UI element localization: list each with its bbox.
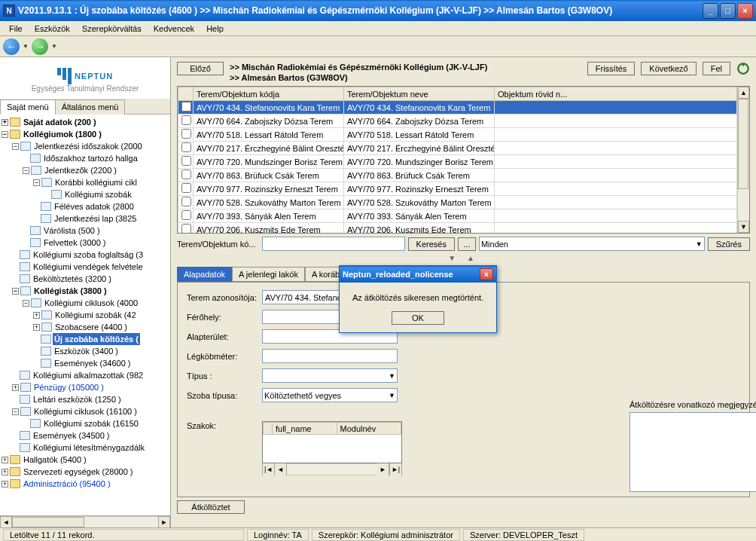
table-row[interactable]: AVY/70 720. Mundszinger Borisz TeremAVY/… [178, 155, 737, 169]
table-row[interactable]: AVY/70 977. Rozinszky Erneszt TeremAVY/7… [178, 182, 737, 196]
grid-header[interactable]: Objektum rövid n... [495, 87, 737, 101]
filter-button[interactable]: Szűrés [708, 237, 750, 251]
row-checkbox[interactable] [181, 170, 191, 179]
expander-icon[interactable]: + [2, 119, 8, 126]
scroll-first-icon[interactable]: |◄ [263, 463, 275, 475]
nav-back-dropdown[interactable]: ▼ [21, 43, 30, 50]
scroll-thumb[interactable] [12, 517, 84, 527]
row-checkbox[interactable] [181, 210, 191, 220]
tree-item[interactable]: Jelentkezési időszakok (2000 [32, 140, 144, 152]
expander-icon[interactable]: − [23, 167, 29, 174]
expander-icon[interactable]: + [12, 384, 19, 391]
grid-header[interactable]: Terem/Objektum kódja [194, 87, 344, 101]
expander-icon[interactable]: − [12, 143, 19, 150]
tree-item[interactable]: Kollégiumi ciklusok (4000 [43, 297, 139, 309]
tree-item[interactable]: Szobacsere (4400 ) [53, 321, 129, 333]
prev-button[interactable]: Előző [177, 62, 224, 75]
tree-item[interactable]: Kollégiumi létesítménygazdálk [32, 442, 146, 454]
tree-item[interactable]: Kollégiumok (1800 ) [22, 128, 103, 140]
menu-help[interactable]: Help [200, 23, 230, 35]
grid-header[interactable]: full_name [273, 423, 337, 435]
rooms-grid[interactable]: Terem/Objektum kódja Terem/Objektum neve… [177, 86, 750, 234]
tree-item[interactable]: Kollégiumi vendégek felvétele [32, 261, 145, 273]
tree-item[interactable]: Kollégiumi szobák [63, 188, 133, 200]
tree-view[interactable]: +Saját adatok (200 ) −Kollégiumok (1800 … [0, 115, 170, 515]
tree-item[interactable]: Felvettek (3000 ) [42, 237, 108, 249]
tree-item[interactable]: Saját adatok (200 ) [22, 116, 98, 128]
tree-item[interactable]: Kollégiumi alkalmazottak (982 [32, 369, 145, 381]
row-checkbox[interactable] [181, 115, 191, 125]
tree-item[interactable]: Jelentkezési lap (3825 [53, 212, 138, 225]
scroll-up-icon[interactable]: ▲ [738, 87, 749, 99]
row-checkbox[interactable] [181, 102, 191, 112]
row-checkbox[interactable] [181, 197, 191, 206]
scroll-last-icon[interactable]: ►| [389, 463, 401, 475]
expander-icon[interactable]: − [12, 288, 19, 295]
note-textarea[interactable] [629, 412, 756, 492]
grid-vscrollbar[interactable]: ▲ ▼ [737, 87, 749, 233]
table-row[interactable]: AVY/70 206. Kuszmits Ede TeremAVY/70 206… [178, 223, 737, 234]
menu-favorites[interactable]: Kedvencek [148, 23, 200, 35]
roomtype-dropdown[interactable]: Költöztethető vegyes▼ [262, 388, 398, 402]
maximize-button[interactable]: □ [720, 3, 736, 19]
tree-item[interactable]: Időszakhoz tartozó hallga [42, 152, 139, 164]
tree-item-selected[interactable]: Új szobába költözés ( [53, 333, 140, 345]
nav-forward-dropdown[interactable]: ▼ [50, 43, 59, 50]
table-row[interactable]: AVY/70 217. Érczhegyiné Bálint Oresztész… [178, 142, 737, 155]
scroll-left-icon[interactable]: ◄ [0, 516, 12, 528]
grid-header-checkbox[interactable] [178, 87, 194, 101]
tree-item[interactable]: Kollégiumi szobák (16150 [42, 417, 140, 429]
table-row[interactable]: AVY/70 518. Lessart Rátold TeremAVY/70 5… [178, 128, 737, 142]
table-row[interactable]: AVY/70 434. Stefanonovits Kara TeremAVY/… [178, 101, 737, 115]
table-row[interactable]: AVY/70 528. Szukováthy Marton TeremAVY/7… [178, 196, 737, 209]
grid-header[interactable]: Terem/Objektum neve [344, 87, 495, 101]
tree-item[interactable]: Kollégiumi ciklusok (16100 ) [32, 405, 139, 417]
row-checkbox[interactable] [181, 129, 191, 139]
tree-item[interactable]: Adminisztráció (95400 ) [22, 478, 112, 490]
tab-basic-data[interactable]: Alapadatok [177, 267, 232, 282]
close-button[interactable]: × [737, 3, 753, 19]
tree-item[interactable]: Leltári eszközök (1250 ) [32, 393, 123, 405]
tree-item[interactable]: Várólista (500 ) [42, 225, 102, 237]
row-checkbox[interactable] [181, 142, 191, 152]
next-button[interactable]: Következő [641, 62, 696, 75]
menu-tools[interactable]: Eszközök [29, 23, 76, 35]
scroll-right-icon[interactable]: ► [377, 463, 389, 475]
table-row[interactable]: AVY/70 664. Zabojszky Dózsa TeremAVY/70 … [178, 115, 737, 128]
table-row[interactable]: AVY/70 393. Sányák Alen TeremAVY/70 393.… [178, 209, 737, 223]
expander-icon[interactable]: + [2, 481, 8, 488]
expander-icon[interactable]: + [2, 469, 8, 475]
scroll-left-icon[interactable]: ◄ [275, 463, 287, 475]
scroll-right-icon[interactable]: ► [158, 516, 170, 528]
scroll-down-icon[interactable]: ▼ [738, 221, 749, 233]
minimize-button[interactable]: _ [703, 3, 718, 19]
majors-grid[interactable]: full_nameModulnév [262, 421, 402, 463]
tab-general-menu[interactable]: Általános menü [55, 99, 126, 115]
relocate-button[interactable]: Átköltöztet [177, 500, 245, 514]
tree-hscrollbar[interactable]: ◄ ► [0, 515, 170, 527]
menu-roles[interactable]: Szerepkörváltás [76, 23, 148, 35]
majors-hscrollbar[interactable]: |◄ ◄ ► ►| [262, 463, 402, 475]
dialog-close-button[interactable]: × [480, 268, 493, 280]
tree-item[interactable]: Beköltöztetés (3200 ) [32, 273, 113, 285]
search-more-button[interactable]: ... [458, 237, 476, 251]
volume-field[interactable] [262, 349, 398, 363]
tree-item[interactable]: Féléves adatok (2800 [53, 200, 136, 212]
tab-own-menu[interactable]: Saját menü [0, 99, 56, 115]
row-checkbox[interactable] [181, 156, 191, 166]
tree-item[interactable]: Események (34600 ) [53, 357, 133, 369]
tree-item[interactable]: Pénzügy (105000 ) [32, 381, 105, 393]
tree-item[interactable]: Kollégiumi szobák (42 [53, 309, 138, 321]
pin-icon[interactable] [736, 62, 750, 75]
filter-dropdown[interactable]: Minden▼ [479, 237, 705, 251]
tree-item[interactable]: Hallgatók (5400 ) [22, 454, 88, 466]
expander-icon[interactable]: + [33, 324, 40, 331]
dialog-ok-button[interactable]: OK [392, 311, 444, 325]
type-dropdown[interactable]: ▼ [262, 368, 398, 383]
tree-item[interactable]: Szervezeti egységek (28000 ) [22, 466, 135, 478]
tab-current-residents[interactable]: A jelenlegi lakók [232, 267, 305, 282]
refresh-button[interactable]: Frissítés [587, 62, 636, 75]
scroll-thumb[interactable] [738, 99, 748, 189]
tree-item[interactable]: Kollégiumi szoba foglaltság (3 [32, 249, 145, 261]
tree-item[interactable]: Kollégisták (3800 ) [32, 285, 108, 297]
